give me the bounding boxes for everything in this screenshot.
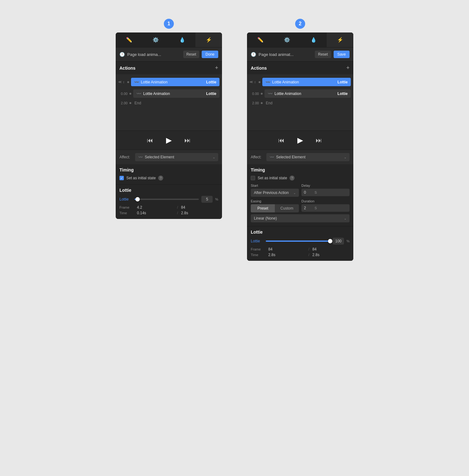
affect-select-1[interactable]: 〰️ Selected Element ⌄ xyxy=(135,153,218,161)
clock-icon-1: 🕐 xyxy=(119,52,125,57)
lottie-slider-row-2: Lottie 100 % xyxy=(251,238,350,245)
checkbox-row-2: Set as initial state ? xyxy=(251,176,350,181)
action-dot-0-2 xyxy=(259,81,260,83)
action-item-left-1-2: 〰️ Lottie Animation xyxy=(268,91,301,96)
tab-settings-2[interactable]: ⚙️ xyxy=(274,32,300,47)
help-icon-2[interactable]: ? xyxy=(290,176,295,181)
prev-button-2[interactable]: ⏮ xyxy=(276,135,287,146)
action-item-0-1[interactable]: 〰️ Lottie Animation Lottie xyxy=(131,78,219,86)
action-tag-0-2: Lottie xyxy=(337,80,348,84)
action-row-1-2: 0.00 〰️ Lottie Animation Lottie xyxy=(247,88,353,99)
duration-unit-2: S xyxy=(315,206,317,210)
lottie-slider-thumb-2[interactable] xyxy=(328,239,332,243)
add-action-button-1[interactable]: + xyxy=(215,65,218,71)
lottie-wave-affect-2: 〰️ xyxy=(270,155,274,159)
affect-select-2[interactable]: 〰️ Selected Element ⌄ xyxy=(266,153,350,161)
checkbox-row-1: ✓ Set as initial state ? xyxy=(119,176,218,181)
duration-label-2: Duration xyxy=(301,199,350,203)
delay-label-2: Delay xyxy=(301,184,350,187)
action-item-1-1[interactable]: 〰️ Lottie Animation Lottie xyxy=(133,89,219,98)
tab-lightning-2[interactable]: ⚡ xyxy=(327,32,353,47)
tab-paint-2[interactable]: ✏️ xyxy=(247,32,274,47)
lottie-wave-icon-1-1: 〰️ xyxy=(136,91,141,96)
frame-label-2: Frame xyxy=(251,247,266,251)
affect-label-1: Affect: xyxy=(119,155,132,159)
prev-button-1[interactable]: ⏮ xyxy=(144,135,156,146)
lottie-title-1: Lottie xyxy=(119,188,218,193)
lottie-section-1: Lottie Lottie 5 % Frame 4.2 / 84 Time xyxy=(116,184,222,219)
start-select-2[interactable]: After Previous Action ⌄ xyxy=(251,189,299,197)
lottie-wave-icon-0-2: 〰️ xyxy=(265,80,270,84)
delay-input-2[interactable] xyxy=(304,190,313,195)
lottie-value-box-2: 100 xyxy=(333,238,344,245)
start-value-2: After Previous Action xyxy=(254,191,289,195)
affect-select-inner-2: 〰️ Selected Element xyxy=(270,155,305,159)
frame-current-1: 4.2 xyxy=(137,205,174,210)
duration-input-2[interactable] xyxy=(304,206,313,210)
initial-state-label-1: Set as initial state xyxy=(126,176,156,180)
actions-title-1: Actions xyxy=(119,66,135,71)
panel-1-header: 🕐 Page load anima... Reset Done xyxy=(116,47,222,62)
tab-settings-1[interactable]: ⚙️ xyxy=(142,32,169,47)
play-button-2[interactable]: ▶ xyxy=(295,135,306,146)
reset-button-2[interactable]: Reset xyxy=(315,51,331,58)
delay-input-row-2: S xyxy=(301,189,350,196)
initial-state-label-2: Set as initial state xyxy=(258,176,287,180)
action-item-left-0-1: 〰️ Lottie Animation xyxy=(134,80,168,84)
frame-time-grid-2: Frame 84 / 84 Time 2.8s / 2.8s xyxy=(251,247,350,257)
action-time-1-1: 0.00 xyxy=(118,92,128,96)
frame-current-2: 84 xyxy=(268,247,305,251)
tab-paint-1[interactable]: ✏️ xyxy=(116,32,142,47)
time-current-2: 2.8s xyxy=(268,253,305,257)
initial-state-checkbox-2[interactable] xyxy=(251,176,255,180)
chevron-down-icon-affect-2: ⌄ xyxy=(344,156,346,159)
action-label-0-2: Lottie Animation xyxy=(272,80,299,84)
lottie-value-box-1: 5 xyxy=(201,196,213,203)
lottie-slider-track-2[interactable] xyxy=(266,240,330,242)
start-delay-grid-2: Start After Previous Action ⌄ Delay S xyxy=(251,184,350,197)
preset-tab-2[interactable]: Preset xyxy=(251,204,275,212)
tab-water-1[interactable]: 💧 xyxy=(169,32,195,47)
action-item-0-2[interactable]: 〰️ Lottie Animation Lottie xyxy=(262,78,351,86)
help-icon-1[interactable]: ? xyxy=(158,176,163,181)
action-dot-0-1 xyxy=(127,81,129,83)
tab-lightning-1[interactable]: ⚡ xyxy=(195,32,222,47)
action-end-label-1: End xyxy=(133,101,141,105)
duration-field-2: Duration S xyxy=(301,199,350,212)
panel-2-column: 2 ✏️ ⚙️ 💧 ⚡ 🕐 Page load animat... Reset … xyxy=(247,19,353,261)
action-controls-2[interactable]: ≪ ↕ xyxy=(250,80,256,84)
action-row-end-1: 2.00 End xyxy=(116,99,222,107)
clock-icon-2: 🕐 xyxy=(251,52,256,57)
initial-state-checkbox-1[interactable]: ✓ xyxy=(119,176,124,180)
action-tag-0-1: Lottie xyxy=(206,80,216,84)
add-action-button-2[interactable]: + xyxy=(346,65,350,71)
easing-dropdown-2[interactable]: Linear (None) ⌄ xyxy=(251,214,350,222)
custom-tab-2[interactable]: Custom xyxy=(275,204,299,212)
tab-water-2[interactable]: 💧 xyxy=(300,32,327,47)
lottie-slider-thumb-1[interactable] xyxy=(135,197,140,201)
reset-button-1[interactable]: Reset xyxy=(183,51,199,58)
time-total-2: 2.8s xyxy=(312,253,350,257)
panel-2-header: 🕐 Page load animat... Reset Save xyxy=(247,47,353,62)
play-button-1[interactable]: ▶ xyxy=(163,135,174,146)
lottie-label-1: Lottie xyxy=(119,197,132,201)
frame-time-grid-1: Frame 4.2 / 84 Time 0.14s / 2.8s xyxy=(119,205,218,215)
panel-1-column: 1 ✏️ ⚙️ 💧 ⚡ 🕐 Page load anima... Reset D… xyxy=(116,19,222,219)
tab-bar-2: ✏️ ⚙️ 💧 ⚡ xyxy=(247,32,353,47)
lottie-slider-track-1[interactable] xyxy=(134,199,199,200)
step-badge-1: 1 xyxy=(164,19,174,29)
frame-slash-2: / xyxy=(307,247,310,251)
action-end-label-2: End xyxy=(265,101,272,105)
save-button-2[interactable]: Save xyxy=(334,51,350,58)
action-label-1-2: Lottie Animation xyxy=(275,92,301,96)
action-controls-1[interactable]: ≪ ↕ xyxy=(118,80,125,84)
delay-unit-2: S xyxy=(315,191,317,194)
next-button-2[interactable]: ⏭ xyxy=(313,135,325,146)
timing-title-1: Timing xyxy=(119,167,218,172)
action-item-1-2[interactable]: 〰️ Lottie Animation Lottie xyxy=(265,89,351,98)
start-field-2: Start After Previous Action ⌄ xyxy=(251,184,299,197)
next-button-1[interactable]: ⏭ xyxy=(182,135,193,146)
done-button-1[interactable]: Done xyxy=(202,51,218,58)
action-time-1-2: 0.00 xyxy=(250,92,259,96)
step-badge-2: 2 xyxy=(295,19,305,29)
